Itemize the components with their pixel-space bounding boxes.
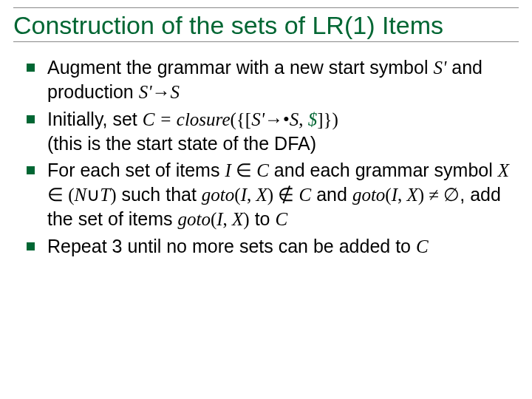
- paren-close: ): [110, 185, 116, 205]
- symbol-s: S: [171, 82, 180, 102]
- goto-fn: goto: [177, 209, 210, 229]
- slide-body: Augment the grammar with a new start sym…: [13, 55, 519, 259]
- comma: ,: [299, 109, 308, 129]
- paren-open: (: [234, 185, 240, 205]
- list-item: Augment the grammar with a new start sym…: [13, 55, 519, 104]
- symbol-s-prime: S': [433, 58, 446, 78]
- paren-close: ): [267, 185, 273, 205]
- symbol-s: S: [290, 109, 299, 129]
- symbol-c: C: [416, 236, 429, 256]
- not-element-of-icon: ∉: [273, 185, 299, 205]
- close-brackets: ]}): [317, 109, 338, 129]
- list-item: Initially, set C = closure({[S'→•S, $]})…: [13, 107, 519, 155]
- text: (this is the start state of the DFA): [47, 133, 316, 154]
- slide-title: Construction of the sets of LR(1) Items: [13, 7, 519, 42]
- symbol-c: C: [143, 109, 155, 129]
- paren-close: ): [243, 209, 249, 229]
- paren-open: (: [385, 185, 391, 205]
- symbol-t: T: [100, 185, 110, 205]
- arrow-icon: →: [265, 109, 283, 129]
- goto-fn: goto: [202, 185, 234, 205]
- text: and each grammar symbol: [269, 160, 498, 180]
- comma: ,: [398, 185, 407, 205]
- symbol-x: X: [232, 209, 243, 229]
- bullet-icon: [13, 55, 47, 72]
- text: and: [311, 184, 352, 205]
- text: such that: [117, 184, 202, 205]
- union-icon: ∪: [86, 185, 100, 205]
- symbol-n: N: [75, 185, 87, 205]
- text: Initially, set: [47, 109, 143, 129]
- empty-set-icon: ∅: [443, 185, 460, 205]
- symbol-i: I: [225, 160, 231, 180]
- text: Repeat 3 until no more sets can be added…: [47, 236, 416, 256]
- bullet-icon: [13, 158, 47, 174]
- paren-close: ): [418, 185, 424, 205]
- equals: =: [154, 109, 176, 129]
- closure-fn: closure: [177, 109, 231, 129]
- open-brackets: ({[: [230, 109, 251, 129]
- symbol-x: X: [406, 185, 417, 205]
- element-of-icon: ∈: [47, 185, 68, 205]
- bullet-icon: [13, 234, 47, 250]
- symbol-c: C: [256, 160, 269, 180]
- symbol-s-prime: S': [139, 82, 152, 102]
- symbol-x: X: [498, 160, 509, 180]
- item-text: Initially, set C = closure({[S'→•S, $]})…: [47, 107, 519, 155]
- comma: ,: [223, 209, 233, 229]
- text: Augment the grammar with a new start sym…: [47, 57, 433, 78]
- list-item: Repeat 3 until no more sets can be added…: [13, 234, 519, 259]
- symbol-i: I: [216, 209, 222, 229]
- not-equal-icon: ≠: [424, 185, 443, 205]
- paren-open: (: [211, 209, 216, 229]
- symbol-i: I: [392, 185, 398, 205]
- item-text: For each set of items I ∈ C and each gra…: [47, 158, 519, 231]
- dollar-symbol: $: [308, 109, 318, 129]
- symbol-x: X: [256, 185, 267, 205]
- symbol-i: I: [241, 185, 247, 205]
- dot-icon: •: [283, 109, 290, 129]
- symbol-s-prime: S': [251, 109, 265, 129]
- comma: ,: [247, 185, 256, 205]
- paren-open: (: [68, 185, 74, 205]
- item-text: Repeat 3 until no more sets can be added…: [47, 234, 519, 259]
- text: to: [250, 208, 276, 229]
- symbol-c: C: [275, 209, 287, 229]
- goto-fn: goto: [352, 185, 385, 205]
- list-item: For each set of items I ∈ C and each gra…: [13, 158, 519, 231]
- text: For each set of items: [47, 160, 225, 180]
- symbol-c: C: [299, 185, 312, 205]
- bullet-icon: [13, 107, 47, 123]
- slide: Construction of the sets of LR(1) Items …: [0, 0, 532, 399]
- item-text: Augment the grammar with a new start sym…: [47, 55, 519, 104]
- element-of-icon: ∈: [231, 160, 257, 180]
- arrow-icon: →: [152, 82, 171, 102]
